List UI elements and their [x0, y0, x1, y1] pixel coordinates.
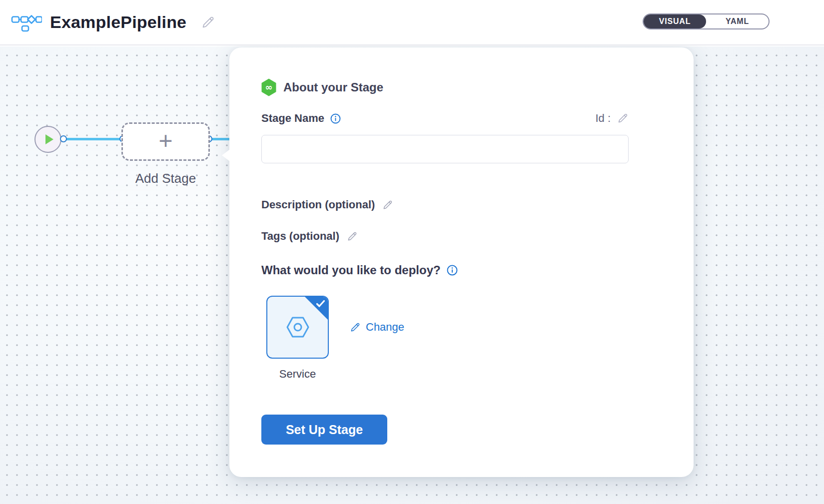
- service-type-card[interactable]: [266, 296, 329, 359]
- deploy-stage-icon: ∞: [261, 78, 276, 96]
- app-root: ExamplePipeline VISUAL YAML + Add Stage: [0, 0, 824, 504]
- edit-stage-id-button[interactable]: [617, 112, 629, 124]
- tags-row: Tags (optional): [261, 229, 358, 243]
- connector-port: [60, 135, 67, 142]
- panel-title-row: ∞ About your Stage: [261, 77, 383, 97]
- header: ExamplePipeline VISUAL YAML: [0, 0, 824, 45]
- set-up-stage-button[interactable]: Set Up Stage: [261, 415, 387, 445]
- panel-title: About your Stage: [283, 80, 383, 94]
- pipeline-icon: [11, 13, 42, 32]
- stage-name-input[interactable]: [261, 135, 629, 163]
- pencil-icon: [346, 231, 358, 242]
- stage-name-label: Stage Name: [261, 112, 324, 125]
- check-icon: [316, 300, 325, 307]
- pencil-icon: [382, 199, 393, 211]
- edit-pipeline-name-button[interactable]: [200, 15, 215, 30]
- change-label: Change: [366, 321, 404, 334]
- pipeline-title-group: ExamplePipeline: [11, 12, 215, 32]
- deploy-question-info-icon[interactable]: [447, 265, 458, 276]
- deploy-question-row: What would you like to deploy?: [261, 263, 458, 278]
- play-icon: [45, 134, 53, 144]
- description-label: Description (optional): [261, 198, 375, 211]
- about-stage-panel: ∞ About your Stage Stage Name Id :: [229, 47, 694, 477]
- connector-line-start: [63, 138, 124, 140]
- pencil-icon: [617, 112, 629, 124]
- deploy-question: What would you like to deploy?: [261, 263, 441, 277]
- add-description-button[interactable]: [382, 199, 393, 211]
- tags-label: Tags (optional): [261, 230, 339, 243]
- stage-name-info-icon[interactable]: [330, 113, 341, 124]
- stage-name-row: Stage Name Id :: [261, 111, 629, 125]
- pencil-icon: [349, 322, 361, 333]
- toggle-yaml-button[interactable]: YAML: [706, 14, 769, 28]
- change-deploy-type-link[interactable]: Change: [349, 320, 404, 334]
- view-mode-toggle: VISUAL YAML: [643, 13, 770, 29]
- stage-id-label: Id :: [595, 112, 611, 125]
- description-row: Description (optional): [261, 198, 393, 212]
- pipeline-start-node[interactable]: [34, 126, 61, 153]
- add-tags-button[interactable]: [346, 231, 358, 242]
- pencil-icon: [200, 15, 215, 30]
- toggle-visual-button[interactable]: VISUAL: [644, 14, 706, 28]
- plus-icon: +: [158, 129, 172, 153]
- add-stage-label: Add Stage: [121, 171, 210, 186]
- service-card-label: Service: [266, 368, 329, 381]
- add-stage-node[interactable]: +: [121, 122, 210, 161]
- svg-text:∞: ∞: [265, 82, 273, 92]
- panel-caret: [222, 149, 230, 161]
- page-title: ExamplePipeline: [50, 12, 186, 32]
